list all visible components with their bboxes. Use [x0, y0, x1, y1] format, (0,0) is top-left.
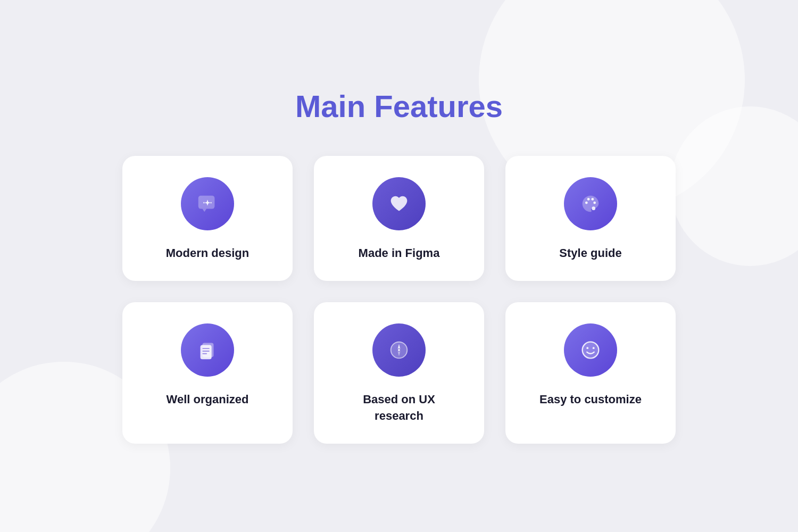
style-guide-icon-circle — [564, 177, 617, 230]
heart-icon — [387, 192, 411, 216]
svg-point-19 — [593, 347, 595, 349]
feature-card-ux-research: Based on UXresearch — [314, 302, 484, 444]
compass-icon — [387, 338, 411, 362]
feature-card-easy-to-customize: Easy to customize — [505, 302, 676, 444]
svg-rect-9 — [201, 345, 212, 360]
made-in-figma-label: Made in Figma — [359, 245, 440, 262]
made-in-figma-icon-circle — [372, 177, 426, 230]
svg-point-4 — [587, 198, 590, 201]
svg-point-1 — [203, 202, 205, 204]
palette-icon — [578, 192, 603, 216]
feature-card-well-organized: Well organized — [122, 302, 293, 444]
feature-card-made-in-figma: Made in Figma — [314, 156, 484, 281]
svg-point-14 — [398, 349, 400, 351]
feature-card-style-guide: Style guide — [505, 156, 676, 281]
feature-card-modern-design: Modern design — [122, 156, 293, 281]
smile-icon — [578, 338, 603, 362]
modern-design-icon-circle — [181, 177, 234, 230]
svg-point-3 — [585, 202, 588, 204]
easy-to-customize-icon-circle — [564, 323, 617, 377]
svg-point-7 — [592, 207, 595, 211]
ux-research-label: Based on UXresearch — [363, 392, 435, 425]
page-title: Main Features — [295, 88, 503, 124]
well-organized-icon-circle — [181, 323, 234, 377]
modern-design-label: Modern design — [166, 245, 249, 262]
features-grid: Modern design Made in Figma Style guide — [122, 156, 676, 443]
svg-point-5 — [591, 198, 594, 201]
svg-point-2 — [210, 202, 212, 204]
ux-research-icon-circle — [372, 323, 426, 377]
copy-icon — [195, 338, 220, 362]
bg-decoration-3 — [670, 106, 798, 266]
svg-point-6 — [593, 202, 596, 204]
well-organized-label: Well organized — [167, 392, 249, 408]
easy-to-customize-label: Easy to customize — [539, 392, 642, 408]
sparkle-icon — [195, 192, 220, 216]
style-guide-label: Style guide — [559, 245, 621, 262]
svg-point-18 — [586, 347, 588, 349]
svg-point-17 — [583, 342, 599, 359]
